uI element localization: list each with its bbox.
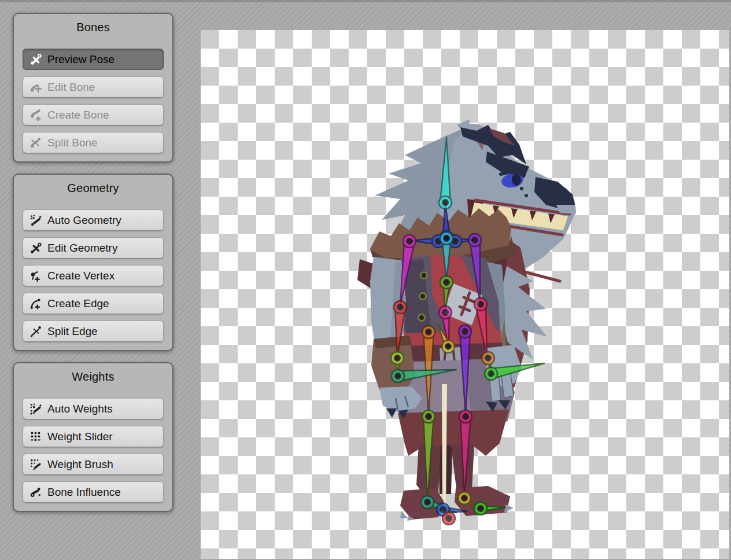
wolf-whisker-dot — [525, 194, 528, 197]
weight-slider-icon — [29, 430, 43, 444]
button-label: Create Vertex — [47, 270, 115, 282]
button-label: Edit Geometry — [47, 242, 117, 255]
create-bone-icon — [29, 108, 43, 122]
auto-weights-icon — [29, 402, 43, 416]
top-strip — [0, 0, 731, 2]
sprite-canvas[interactable] — [201, 30, 729, 559]
button-bone-influence[interactable]: Bone Influence — [23, 481, 164, 503]
split-edge-icon — [29, 325, 43, 338]
button-label: Edit Bone — [47, 81, 95, 94]
button-label: Auto Geometry — [47, 214, 121, 227]
bone-influence-icon — [29, 485, 43, 499]
button-create-edge[interactable]: Create Edge — [23, 293, 164, 314]
edit-geometry-icon — [29, 241, 43, 255]
button-label: Split Edge — [47, 325, 98, 338]
button-label: Create Bone — [47, 109, 109, 121]
button-weight-brush[interactable]: Weight Brush — [23, 454, 164, 475]
create-edge-icon — [29, 297, 43, 311]
button-label: Create Edge — [47, 297, 109, 310]
button-label: Weight Brush — [47, 458, 113, 471]
button-edit-bone[interactable]: Edit Bone — [23, 76, 164, 98]
wolf-whisker-dot — [520, 187, 523, 190]
button-label: Split Bone — [47, 137, 98, 149]
button-split-bone[interactable]: Split Bone — [23, 132, 164, 153]
button-split-edge[interactable]: Split Edge — [23, 320, 164, 342]
vest-button — [421, 272, 427, 279]
button-edit-geometry[interactable]: Edit Geometry — [23, 237, 164, 259]
button-weight-slider[interactable]: Weight Slider — [23, 426, 164, 447]
create-vertex-icon — [29, 269, 43, 283]
foot-right-claws — [504, 504, 514, 513]
panel-title-weights: Weights — [14, 368, 172, 385]
button-label: Bone Influence — [47, 486, 121, 499]
edit-bone-icon — [29, 80, 43, 94]
split-bone-icon — [29, 136, 43, 150]
panel-geometry: GeometryAuto GeometryEdit GeometryCreate… — [13, 174, 173, 351]
weight-brush-icon — [29, 458, 43, 471]
button-auto-geometry[interactable]: Auto Geometry — [23, 209, 164, 231]
panel-title-geometry: Geometry — [14, 179, 172, 197]
button-label: Weight Slider — [47, 430, 113, 443]
button-label: Auto Weights — [47, 403, 113, 415]
panel-weights: WeightsAuto WeightsWeight SliderWeight B… — [13, 362, 173, 512]
button-auto-weights[interactable]: Auto Weights — [23, 398, 164, 419]
panel-title-bones: Bones — [14, 19, 172, 36]
vest-button — [419, 315, 425, 321]
button-label: Preview Pose — [47, 53, 115, 66]
preview-pose-icon — [29, 53, 43, 67]
button-create-vertex[interactable]: Create Vertex — [23, 265, 164, 286]
vest-button — [420, 293, 426, 300]
panel-bones: BonesPreview PoseEdit BoneCreate BoneSpl… — [13, 13, 173, 163]
button-preview-pose[interactable]: Preview Pose — [23, 49, 164, 70]
button-create-bone[interactable]: Create Bone — [23, 104, 164, 126]
character-sprite — [201, 30, 729, 559]
auto-geometry-icon — [29, 213, 43, 227]
